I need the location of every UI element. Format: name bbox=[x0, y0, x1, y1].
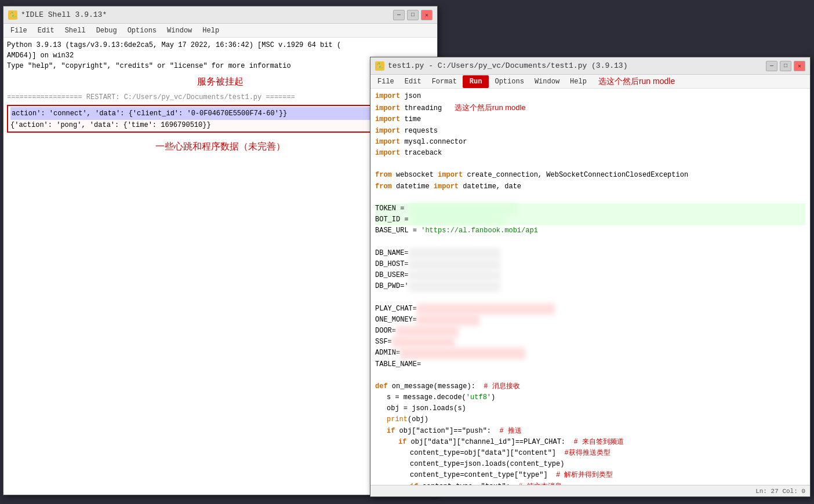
editor-menu-options[interactable]: Options bbox=[490, 76, 528, 87]
code-line-import-threading: import threading 选这个然后run modle bbox=[375, 102, 805, 114]
code-line-door: DOOR= bbox=[375, 326, 805, 337]
code-line-playchat: PLAY_CHAT= bbox=[375, 304, 805, 315]
code-line-baseurl: BASE_URL = 'https://al.fanbook.mobi/api bbox=[375, 225, 805, 236]
code-line-botid: BOT_ID = bbox=[375, 214, 805, 225]
code-line-content-type1: content_type=obj["data"]["content"] #获得推… bbox=[375, 448, 805, 459]
code-line-jsonloads: obj = json.loads(s) bbox=[375, 403, 805, 414]
editor-titlebar[interactable]: 🐍 test1.py - C:/Users/py_vc/Documents/te… bbox=[370, 57, 810, 75]
editor-menubar: File Edit Format Run Options Window Help… bbox=[370, 75, 810, 89]
editor-content[interactable]: import json import threading 选这个然后run mo… bbox=[370, 89, 810, 485]
code-line-if-push: if obj["action"]=="push": # 推送 bbox=[375, 426, 805, 437]
editor-close-button[interactable]: ✕ bbox=[794, 61, 805, 71]
code-line-blank4 bbox=[375, 292, 805, 303]
code-line-if-channel: if obj["data"]["channel_id"]==PLAY_CHAT:… bbox=[375, 437, 805, 448]
maximize-button[interactable]: □ bbox=[407, 10, 419, 20]
close-button[interactable]: ✕ bbox=[421, 10, 433, 20]
highlighted-line-2: {'action': 'pong', 'data': {'time': 1696… bbox=[10, 120, 430, 130]
code-line-import-traceback: import traceback bbox=[375, 148, 805, 159]
code-line-printobj: print(obj) bbox=[375, 414, 805, 425]
editor-menu-file[interactable]: File bbox=[373, 76, 399, 87]
menu-window[interactable]: Window bbox=[162, 25, 197, 36]
editor-window: 🐍 test1.py - C:/Users/py_vc/Documents/te… bbox=[370, 57, 811, 497]
code-line-dbuser: DB_USER= bbox=[375, 270, 805, 281]
code-line-import-requests: import requests bbox=[375, 126, 805, 137]
menu-file[interactable]: File bbox=[6, 25, 32, 36]
minimize-button[interactable]: — bbox=[393, 10, 405, 20]
code-line-onemoney: ONE_MONEY= bbox=[375, 315, 805, 326]
code-line-tablename: TABLE_NAME= bbox=[375, 359, 805, 370]
python-version-line: Python 3.9.13 (tags/v3.9.13:6de2ca5, May… bbox=[7, 40, 434, 50]
code-line-blank2 bbox=[375, 192, 805, 203]
code-line-blank1 bbox=[375, 159, 805, 170]
titlebar-controls[interactable]: — □ ✕ bbox=[393, 10, 433, 20]
editor-menu-help[interactable]: Help bbox=[565, 76, 591, 87]
code-line-blank3 bbox=[375, 236, 805, 247]
code-line-import-mysql: import mysql.connector bbox=[375, 137, 805, 148]
editor-menu-format[interactable]: Format bbox=[427, 76, 461, 87]
menu-debug[interactable]: Debug bbox=[92, 25, 122, 36]
code-line-def-onmessage: def on_message(message): # 消息接收 bbox=[375, 381, 805, 392]
editor-titlebar-controls[interactable]: — □ ✕ bbox=[766, 61, 805, 71]
editor-maximize-button[interactable]: □ bbox=[780, 61, 791, 71]
menu-options[interactable]: Options bbox=[123, 25, 161, 36]
idle-icon: 🐍 bbox=[8, 10, 17, 20]
menu-edit[interactable]: Edit bbox=[33, 25, 59, 36]
idle-shell-menubar: File Edit Shell Debug Options Window Hel… bbox=[3, 24, 437, 38]
code-line-content-type3: content_type=content_type["type"] # 解析并得… bbox=[375, 470, 805, 481]
editor-title: test1.py - C:/Users/py_vc/Documents/test… bbox=[388, 61, 627, 70]
editor-titlebar-left: 🐍 test1.py - C:/Users/py_vc/Documents/te… bbox=[375, 61, 627, 71]
editor-minimize-button[interactable]: — bbox=[766, 61, 777, 71]
annotation-run: 选这个然后run modle bbox=[598, 76, 675, 87]
editor-status-bar: Ln: 27 Col: 0 bbox=[370, 485, 810, 496]
code-line-blank5 bbox=[375, 370, 805, 381]
code-line-admin: ADMIN= bbox=[375, 348, 805, 359]
code-line-from-datetime: from datetime import datetime, date bbox=[375, 181, 805, 192]
code-line-decode: s = message.decode('utf8') bbox=[375, 392, 805, 403]
desktop: 🐍 *IDLE Shell 3.9.13* — □ ✕ File Edit Sh… bbox=[0, 0, 814, 504]
idle-shell-title: *IDLE Shell 3.9.13* bbox=[21, 10, 107, 19]
code-line-dbname: DB_NAME= bbox=[375, 248, 805, 259]
code-line-import-json: import json bbox=[375, 91, 805, 102]
status-ln-col: Ln: 27 Col: 0 bbox=[755, 488, 805, 495]
menu-shell[interactable]: Shell bbox=[60, 25, 90, 36]
code-line-import-time: import time bbox=[375, 114, 805, 125]
code-line-dbhost: DB_HOST= bbox=[375, 259, 805, 270]
titlebar-left: 🐍 *IDLE Shell 3.9.13* bbox=[8, 10, 107, 20]
code-line-from-websocket: from websocket import create_connection,… bbox=[375, 170, 805, 181]
editor-menu-window[interactable]: Window bbox=[530, 76, 564, 87]
highlighted-line-1: action': 'connect', 'data': {'client_id'… bbox=[10, 107, 430, 120]
code-line-content-type2: content_type=json.loads(content_type) bbox=[375, 459, 805, 470]
menu-help[interactable]: Help bbox=[198, 25, 224, 36]
editor-icon: 🐍 bbox=[375, 61, 384, 71]
code-line-ssf: SSF= bbox=[375, 337, 805, 348]
editor-menu-edit[interactable]: Edit bbox=[400, 76, 426, 87]
idle-shell-titlebar[interactable]: 🐍 *IDLE Shell 3.9.13* — □ ✕ bbox=[3, 6, 437, 24]
code-line-dbpwd: DB_PWD=' bbox=[375, 281, 805, 292]
editor-menu-run[interactable]: Run bbox=[463, 75, 489, 88]
code-line-token: TOKEN = bbox=[375, 203, 805, 214]
